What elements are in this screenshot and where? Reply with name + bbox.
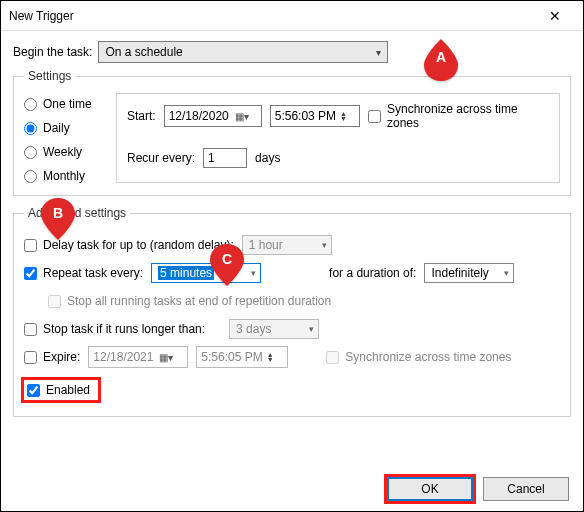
spinner-icon: ▲▼	[267, 352, 274, 362]
begin-task-dropdown[interactable]: On a schedule ▾	[98, 41, 388, 63]
stop-longer-dropdown: 3 days▾	[229, 319, 319, 339]
chevron-down-icon: ▾	[322, 240, 327, 250]
expire-checkbox[interactable]: Expire:	[24, 350, 80, 364]
duration-label: for a duration of:	[329, 266, 416, 280]
start-label: Start:	[127, 109, 156, 123]
recur-value-input[interactable]: 1	[203, 148, 247, 168]
radio-monthly[interactable]: Monthly	[24, 169, 102, 183]
begin-task-value: On a schedule	[105, 45, 182, 59]
settings-group: Settings One time Daily Weekly Monthly S…	[13, 69, 571, 196]
sync-timezones-2-checkbox: Synchronize across time zones	[326, 350, 511, 364]
chevron-down-icon: ▾	[504, 268, 509, 278]
close-icon[interactable]: ✕	[535, 2, 575, 30]
radio-onetime[interactable]: One time	[24, 97, 102, 111]
repeat-task-checkbox[interactable]: Repeat task every:	[24, 266, 143, 280]
settings-legend: Settings	[24, 69, 75, 83]
recur-unit: days	[255, 151, 280, 165]
sync-timezones-checkbox[interactable]: Synchronize across time zones	[368, 102, 549, 130]
stop-longer-checkbox[interactable]: Stop task if it runs longer than:	[24, 322, 205, 336]
calendar-icon: ▦▾	[235, 111, 249, 122]
advanced-legend: Advanced settings	[24, 206, 130, 220]
start-time-picker[interactable]: 5:56:03 PM ▲▼	[270, 105, 360, 127]
repeat-every-dropdown[interactable]: 5 minutes▾	[151, 263, 261, 283]
begin-task-label: Begin the task:	[13, 45, 92, 59]
delay-task-checkbox[interactable]: Delay task for up to (random delay):	[24, 238, 234, 252]
expire-date-picker: 12/18/2021▦▾	[88, 346, 188, 368]
window-title: New Trigger	[9, 9, 535, 23]
calendar-icon: ▦▾	[159, 352, 173, 363]
spinner-icon: ▲▼	[340, 111, 347, 121]
duration-dropdown[interactable]: Indefinitely▾	[424, 263, 514, 283]
cancel-button[interactable]: Cancel	[483, 477, 569, 501]
recur-label: Recur every:	[127, 151, 195, 165]
enabled-checkbox[interactable]: Enabled	[27, 383, 90, 397]
chevron-down-icon: ▾	[376, 47, 381, 58]
chevron-down-icon: ▾	[309, 324, 314, 334]
advanced-settings-group: Advanced settings Delay task for up to (…	[13, 206, 571, 417]
radio-daily[interactable]: Daily	[24, 121, 102, 135]
delay-value-dropdown: 1 hour▾	[242, 235, 332, 255]
start-date-picker[interactable]: 12/18/2020 ▦▾	[164, 105, 262, 127]
ok-button[interactable]: OK	[387, 477, 473, 501]
radio-weekly[interactable]: Weekly	[24, 145, 102, 159]
stop-all-checkbox: Stop all running tasks at end of repetit…	[48, 294, 331, 308]
chevron-down-icon: ▾	[251, 268, 256, 278]
expire-time-picker: 5:56:05 PM▲▼	[196, 346, 288, 368]
